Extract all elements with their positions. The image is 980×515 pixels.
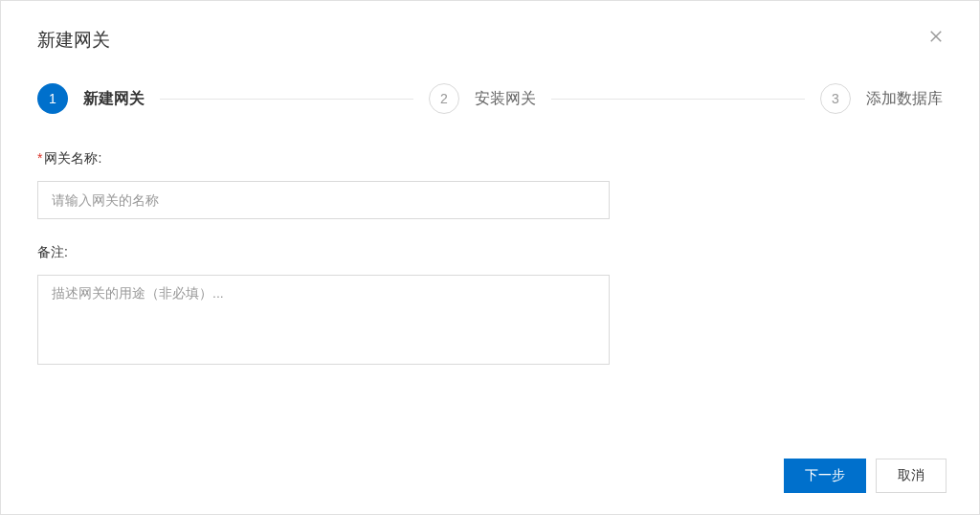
stepper: 1 新建网关 2 安装网关 3 添加数据库	[1, 53, 979, 114]
gateway-name-input[interactable]	[37, 181, 610, 219]
required-mark: *	[37, 150, 42, 166]
step-2-circle: 2	[429, 83, 459, 114]
create-gateway-modal: 新建网关 1 新建网关 2 安装网关 3 添加数据库 *网关名称:	[0, 0, 980, 515]
step-1-circle: 1	[37, 83, 68, 114]
modal-title: 新建网关	[37, 28, 943, 53]
step-3-circle: 3	[820, 83, 851, 114]
modal-footer: 下一步 取消	[1, 437, 979, 514]
modal-header: 新建网关	[1, 1, 979, 53]
remark-field: 备注:	[37, 244, 943, 369]
cancel-button[interactable]: 取消	[876, 459, 947, 493]
step-1: 1 新建网关	[37, 83, 145, 114]
step-2-label: 安装网关	[475, 89, 536, 109]
step-2: 2 安装网关	[429, 83, 536, 114]
step-1-label: 新建网关	[83, 89, 145, 109]
form-body: *网关名称: 备注:	[1, 114, 979, 369]
remark-input[interactable]	[37, 275, 610, 365]
close-button[interactable]	[927, 28, 947, 47]
step-line-2	[551, 99, 805, 100]
remark-label: 备注:	[37, 244, 943, 261]
close-icon	[927, 28, 945, 45]
step-line-1	[160, 99, 413, 100]
gateway-name-field: *网关名称:	[37, 150, 943, 219]
next-button[interactable]: 下一步	[784, 459, 866, 493]
gateway-name-label: *网关名称:	[37, 150, 943, 168]
step-3: 3 添加数据库	[820, 83, 943, 114]
step-3-label: 添加数据库	[866, 89, 943, 109]
